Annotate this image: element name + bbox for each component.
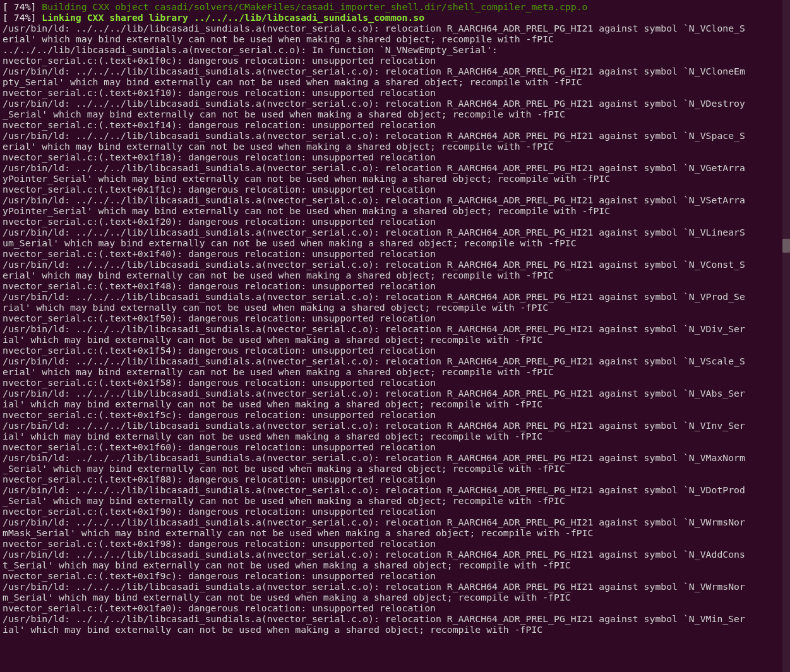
progress-message: Building CXX object casadi/solvers/CMake… [42,1,587,12]
linker-error-log: /usr/bin/ld: ../../../lib/libcasadi_sund… [3,23,745,635]
progress-message: Linking CXX shared library ../../../lib/… [42,12,424,23]
build-progress-line-1: [ 74%] Building CXX object casadi/solver… [3,1,587,12]
progress-prefix: [ 74%] [3,1,42,12]
scrollbar[interactable] [782,0,790,636]
terminal-output[interactable]: [ 74%] Building CXX object casadi/solver… [0,0,748,636]
scrollbar-thumb[interactable] [782,239,790,253]
progress-prefix: [ 74%] [3,12,42,23]
build-progress-line-2: [ 74%] Linking CXX shared library ../../… [3,12,424,23]
